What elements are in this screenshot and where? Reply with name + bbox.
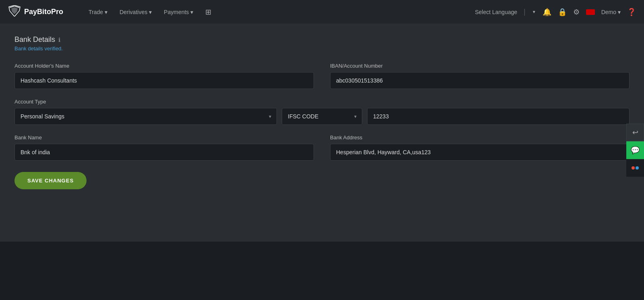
account-holder-input[interactable] [14,72,314,89]
lock-icon[interactable]: 🔒 [558,8,567,17]
info-icon[interactable]: ℹ [58,37,60,43]
account-type-section: Account Type Personal Savings Current Bu… [14,99,630,125]
account-holder-group: Account Holder's Name [14,63,314,89]
payments-dropdown-icon: ▾ [190,9,193,15]
bank-address-label: Bank Address [330,134,630,141]
logo-area[interactable]: PayBitoPro [8,5,80,19]
save-changes-button[interactable]: SAVE CHANGES [14,172,87,189]
brand-name: PayBitoPro [24,8,63,16]
account-type-label: Account Type [14,99,630,105]
page-title: Bank Details [14,35,55,44]
iban-input[interactable] [330,72,630,89]
iban-group: IBAN/Account Number [330,63,630,89]
nav-derivatives[interactable]: Derivatives ▾ [120,9,152,15]
account-holder-label: Account Holder's Name [14,63,314,69]
settings-icon[interactable]: ⚙ [573,8,580,17]
bottom-area [0,242,644,300]
main-content: Bank Details ℹ Bank details verified. Ac… [0,24,644,242]
verified-status: Bank details verified. [14,46,630,52]
support-dots-icon [632,166,639,170]
account-type-row: Personal Savings Current Business IFSC C… [14,108,630,125]
bank-name-label: Bank Name [14,134,314,141]
support-button[interactable] [626,159,644,177]
form-row-1: Account Holder's Name IBAN/Account Numbe… [14,63,630,89]
logo-icon [8,5,21,19]
dot-red [632,166,635,170]
grid-apps-icon[interactable]: ⊞ [205,8,211,17]
account-type-group: Account Type Personal Savings Current Bu… [14,99,630,125]
form-row-3: Bank Name Bank Address [14,134,630,161]
derivatives-dropdown-icon: ▾ [149,9,152,15]
trade-dropdown-icon: ▾ [105,9,107,15]
iban-label: IBAN/Account Number [330,63,630,69]
navbar: PayBitoPro Trade ▾ Derivatives ▾ Payment… [0,0,644,24]
nav-links: Trade ▾ Derivatives ▾ Payments ▾ ⊞ [89,8,467,17]
bank-address-input[interactable] [330,144,630,161]
ifsc-select[interactable]: IFSC CODE SWIFT CODE SORT CODE [282,108,362,125]
chat-button[interactable]: 💬 [626,141,644,159]
ifsc-number-input[interactable] [367,108,630,125]
nav-right: Select Language | ▼ 🔔 🔒 ⚙ Demo ▾ ❓ [475,8,636,17]
bank-address-group: Bank Address [330,134,630,161]
demo-user-menu[interactable]: Demo ▾ [601,9,621,15]
help-icon[interactable]: ❓ [627,8,636,17]
language-selector[interactable]: Select Language [475,9,517,15]
notifications-icon[interactable]: 🔔 [543,8,551,17]
account-type-select[interactable]: Personal Savings Current Business [14,108,277,125]
bank-name-group: Bank Name [14,134,314,161]
dot-blue [636,166,639,170]
demo-dropdown-icon: ▾ [618,9,621,15]
bank-name-input[interactable] [14,144,314,161]
floating-buttons: ↩ 💬 [626,124,644,177]
account-type-select-wrapper: Personal Savings Current Business [14,108,277,125]
language-triangle-icon[interactable]: ▼ [532,10,536,14]
ifsc-select-wrapper: IFSC CODE SWIFT CODE SORT CODE [282,108,362,125]
section-title-area: Bank Details ℹ [14,35,630,44]
nav-separator: | [524,8,526,16]
flag-icon [586,9,595,15]
share-button[interactable]: ↩ [626,124,644,141]
nav-payments[interactable]: Payments ▾ [164,9,193,15]
nav-trade[interactable]: Trade ▾ [89,9,107,15]
